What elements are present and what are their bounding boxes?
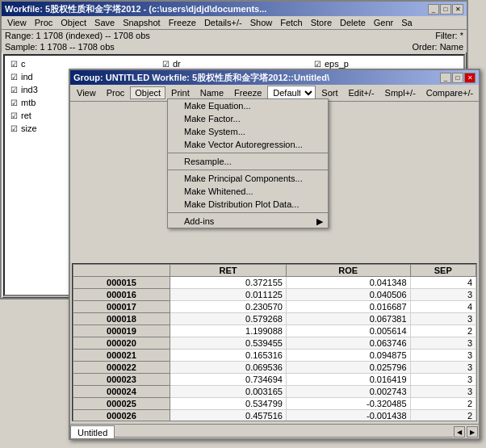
row-cell: 4 <box>410 277 476 289</box>
menu-view[interactable]: View <box>3 17 31 28</box>
group-maximize-btn[interactable]: □ <box>452 73 463 83</box>
main-title-bar: Workfile: 5股权性质和金字塔2012 - (c:\users\djdj… <box>2 2 467 16</box>
cm-addins[interactable]: Add-ins ▶ <box>168 215 328 228</box>
group-menu-smpl[interactable]: Smpl+/- <box>380 86 421 99</box>
group-menu-object[interactable]: Object <box>130 86 165 99</box>
group-title-text: Group: UNTITLED Workfile: 5股权性质和金字塔2012:… <box>73 72 329 84</box>
cm-make-whitened[interactable]: Make Whitened... <box>168 185 328 198</box>
row-id: 000018 <box>73 313 170 325</box>
row-cell: 2 <box>410 410 476 422</box>
row-id: 000019 <box>73 325 170 337</box>
menu-freeze[interactable]: Freeze <box>165 17 200 28</box>
series-icon: ☑ <box>312 58 323 69</box>
menu-snapshot[interactable]: Snapshot <box>119 17 164 28</box>
group-menu-compare[interactable]: Compare+/- <box>421 86 478 99</box>
series-icon: ☑ <box>8 110 19 121</box>
series-icon: ☑ <box>160 58 171 69</box>
tab-left-scroll[interactable]: ◀ <box>454 426 465 438</box>
maximize-btn[interactable]: □ <box>440 4 451 15</box>
table-row: 0000180.5792680.0673813 <box>73 313 476 325</box>
row-cell: 3 <box>410 362 476 374</box>
order-text: Order: Name <box>412 42 463 52</box>
row-id: 000023 <box>73 374 170 386</box>
row-cell: 3 <box>410 289 476 301</box>
cm-make-system[interactable]: Make System... <box>168 125 328 138</box>
cm-sep1 <box>168 153 328 153</box>
table-row: 0000260.457516-0.0014382 <box>73 410 476 422</box>
table-row: 0000250.534799-0.3204852 <box>73 398 476 410</box>
col-header-id <box>73 265 170 277</box>
row-cell: 0.063746 <box>286 337 410 350</box>
series-icon: ☑ <box>8 58 19 69</box>
close-btn[interactable]: ✕ <box>452 4 463 15</box>
row-cell: 0.011125 <box>170 289 286 301</box>
menu-show[interactable]: Show <box>246 17 277 28</box>
row-cell: 0.230570 <box>170 301 286 313</box>
row-cell: 0.094875 <box>286 350 410 362</box>
cm-sep3 <box>168 212 328 213</box>
menu-fetch[interactable]: Fetch <box>276 17 307 28</box>
cm-make-factor[interactable]: Make Factor... <box>168 112 328 125</box>
row-cell: -0.320485 <box>286 398 410 410</box>
row-id: 000017 <box>73 301 170 313</box>
group-menu-view[interactable]: View <box>72 86 101 99</box>
table-row: 0000210.1653160.0948753 <box>73 350 476 362</box>
row-cell: 0.016687 <box>286 301 410 313</box>
object-context-menu: Make Equation... Make Factor... Make Sys… <box>167 98 329 228</box>
group-menu-name[interactable]: Name <box>195 86 228 99</box>
sample-info-bar: Sample: 1 1708 -- 1708 obs Order: Name <box>2 41 467 52</box>
row-cell: 0.069536 <box>170 362 286 374</box>
cm-make-dist[interactable]: Make Distribution Plot Data... <box>168 198 328 211</box>
row-id: 000015 <box>73 277 170 289</box>
row-id: 000026 <box>73 410 170 422</box>
group-menu-print[interactable]: Print <box>166 86 195 99</box>
group-menu-edit[interactable]: Edit+/- <box>343 86 379 99</box>
row-cell: -0.001438 <box>286 410 410 422</box>
menu-sa[interactable]: Sa <box>397 17 416 28</box>
data-grid-container[interactable]: RET ROE SEP 0000150.3721550.041348400001… <box>72 263 477 421</box>
menu-save[interactable]: Save <box>90 17 119 28</box>
cm-make-pca[interactable]: Make Principal Components... <box>168 172 328 185</box>
tab-untitled[interactable]: Untitled <box>70 425 115 438</box>
series-icon: ☑ <box>8 84 19 95</box>
series-icon: ☑ <box>8 97 19 108</box>
row-cell: 1.199088 <box>170 325 286 337</box>
table-row: 0000230.7346940.0164193 <box>73 374 476 386</box>
menu-delete[interactable]: Delete <box>336 17 370 28</box>
menu-object[interactable]: Object <box>57 17 90 28</box>
row-cell: 3 <box>410 350 476 362</box>
row-cell: 0.579268 <box>170 313 286 325</box>
menu-proc[interactable]: Proc <box>31 17 57 28</box>
table-row: 0000200.5394550.0637463 <box>73 337 476 350</box>
row-cell: 0.003165 <box>170 386 286 398</box>
tab-right-scroll[interactable]: ▶ <box>467 426 478 438</box>
series-icon: ☑ <box>8 71 19 82</box>
menu-genr[interactable]: Genr <box>370 17 397 28</box>
row-cell: 0.025796 <box>286 362 410 374</box>
group-menu-proc[interactable]: Proc <box>102 86 130 99</box>
group-minimize-btn[interactable]: _ <box>440 73 451 83</box>
main-title-text: Workfile: 5股权性质和金字塔2012 - (c:\users\djdj… <box>5 3 266 15</box>
group-close-btn[interactable]: ✕ <box>464 73 476 83</box>
row-cell: 3 <box>410 386 476 398</box>
group-menu-sort[interactable]: Sort <box>316 86 342 99</box>
group-title-controls: _ □ ✕ <box>440 73 476 83</box>
table-row: 0000191.1990880.0056142 <box>73 325 476 337</box>
row-cell: 0.005614 <box>286 325 410 337</box>
row-cell: 0.016419 <box>286 374 410 386</box>
col-header-sep: SEP <box>410 265 476 277</box>
row-cell: 0.534799 <box>170 398 286 410</box>
minimize-btn[interactable]: _ <box>428 4 439 15</box>
filter-text: Filter: * <box>435 31 463 40</box>
cm-make-var[interactable]: Make Vector Autoregression... <box>168 138 328 151</box>
menu-store[interactable]: Store <box>307 17 336 28</box>
menu-details[interactable]: Details+/- <box>200 17 246 28</box>
cm-sep2 <box>168 170 328 170</box>
cm-make-equation[interactable]: Make Equation... <box>168 99 328 112</box>
row-id: 000016 <box>73 289 170 301</box>
row-cell: 3 <box>410 313 476 325</box>
cm-resample[interactable]: Resample... <box>168 155 328 168</box>
data-table: RET ROE SEP 0000150.3721550.041348400001… <box>73 264 476 421</box>
row-cell: 3 <box>410 374 476 386</box>
group-menu-freeze[interactable]: Freeze <box>229 86 266 99</box>
